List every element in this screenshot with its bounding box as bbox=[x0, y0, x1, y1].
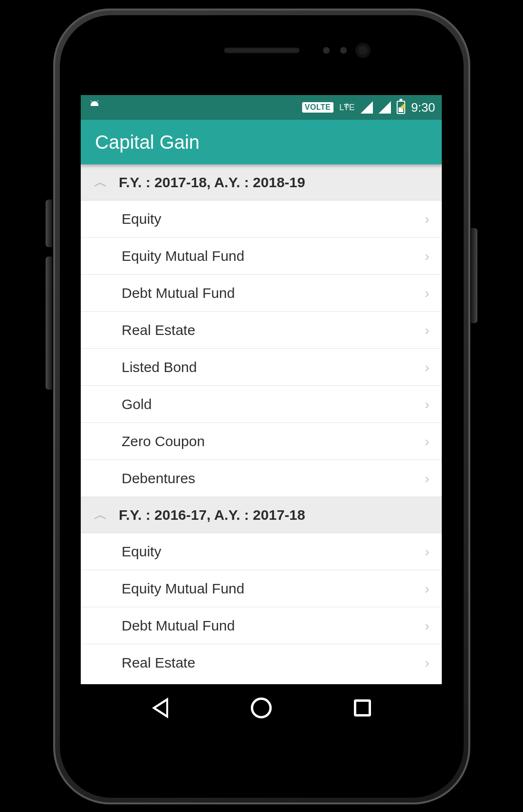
list-item-label: Equity bbox=[122, 211, 161, 227]
status-bar: VOLTE LTE ⊘ ⚡ 9:30 bbox=[81, 95, 442, 120]
section-header-label: F.Y. : 2017-18, A.Y. : 2018-19 bbox=[111, 174, 305, 191]
list-item-label: Zero Coupon bbox=[122, 433, 205, 449]
list-item-equity-mutual-fund[interactable]: Equity Mutual Fund › bbox=[81, 570, 442, 607]
chevron-right-icon: › bbox=[425, 322, 429, 338]
list-item-label: Listed Bond bbox=[122, 359, 197, 375]
status-clock: 9:30 bbox=[411, 100, 435, 115]
nav-recent-button[interactable] bbox=[348, 694, 377, 722]
list-item-real-estate[interactable]: Real Estate › bbox=[81, 312, 442, 349]
section-header-2016-17[interactable]: ︿ F.Y. : 2016-17, A.Y. : 2017-18 bbox=[81, 497, 442, 533]
phone-frame: VOLTE LTE ⊘ ⚡ 9:30 Capital Gain ︿ bbox=[53, 9, 470, 804]
list-item-zero-coupon[interactable]: Zero Coupon › bbox=[81, 423, 442, 460]
list-item-debt-mutual-fund[interactable]: Debt Mutual Fund › bbox=[81, 607, 442, 644]
list-item-gold[interactable]: Gold › bbox=[81, 386, 442, 423]
system-nav-bar bbox=[81, 684, 442, 732]
volte-badge: VOLTE bbox=[302, 102, 334, 113]
chevron-right-icon: › bbox=[425, 248, 429, 264]
chevron-up-icon: ︿ bbox=[90, 506, 111, 524]
signal-icon bbox=[379, 101, 391, 114]
list-item-label: Real Estate bbox=[122, 322, 195, 338]
chevron-right-icon: › bbox=[425, 618, 429, 634]
list-item-label: Real Estate bbox=[122, 655, 195, 671]
list-item-label: Gold bbox=[122, 396, 152, 412]
section-header-label: F.Y. : 2016-17, A.Y. : 2017-18 bbox=[111, 507, 305, 523]
nav-back-button[interactable] bbox=[146, 694, 174, 722]
content-scroll[interactable]: ︿ F.Y. : 2017-18, A.Y. : 2018-19 Equity … bbox=[81, 164, 442, 684]
list-item-label: Debt Mutual Fund bbox=[122, 285, 235, 301]
chevron-right-icon: › bbox=[425, 359, 429, 375]
list-item-listed-bond[interactable]: Listed Bond › bbox=[81, 349, 442, 386]
list-item-equity[interactable]: Equity › bbox=[81, 533, 442, 570]
chevron-right-icon: › bbox=[425, 433, 429, 449]
list-item-real-estate[interactable]: Real Estate › bbox=[81, 644, 442, 681]
list-item-label: Equity Mutual Fund bbox=[122, 581, 244, 597]
list-item-equity[interactable]: Equity › bbox=[81, 201, 442, 238]
app-bar: Capital Gain bbox=[81, 120, 442, 164]
chevron-right-icon: › bbox=[425, 544, 429, 560]
list-item-equity-mutual-fund[interactable]: Equity Mutual Fund › bbox=[81, 238, 442, 275]
chevron-right-icon: › bbox=[425, 655, 429, 671]
signal-icon bbox=[361, 101, 373, 114]
list-item-label: Equity bbox=[122, 544, 161, 560]
nav-home-button[interactable] bbox=[247, 694, 276, 722]
lte-indicator: LTE ⊘ bbox=[339, 103, 355, 113]
list-item-debt-mutual-fund[interactable]: Debt Mutual Fund › bbox=[81, 275, 442, 312]
list-item-label: Equity Mutual Fund bbox=[122, 248, 244, 264]
chevron-right-icon: › bbox=[425, 581, 429, 597]
chevron-right-icon: › bbox=[425, 470, 429, 487]
list-item-label: Debentures bbox=[122, 470, 195, 487]
app-title: Capital Gain bbox=[95, 132, 200, 153]
chevron-right-icon: › bbox=[425, 285, 429, 301]
chevron-up-icon: ︿ bbox=[90, 173, 111, 191]
list-item-label: Debt Mutual Fund bbox=[122, 618, 235, 634]
screen: VOLTE LTE ⊘ ⚡ 9:30 Capital Gain ︿ bbox=[81, 95, 442, 732]
android-icon bbox=[87, 100, 102, 115]
battery-icon: ⚡ bbox=[397, 101, 405, 114]
list-item-debentures[interactable]: Debentures › bbox=[81, 460, 442, 497]
section-header-2017-18[interactable]: ︿ F.Y. : 2017-18, A.Y. : 2018-19 bbox=[81, 164, 442, 201]
chevron-right-icon: › bbox=[425, 211, 429, 227]
chevron-right-icon: › bbox=[425, 396, 429, 412]
